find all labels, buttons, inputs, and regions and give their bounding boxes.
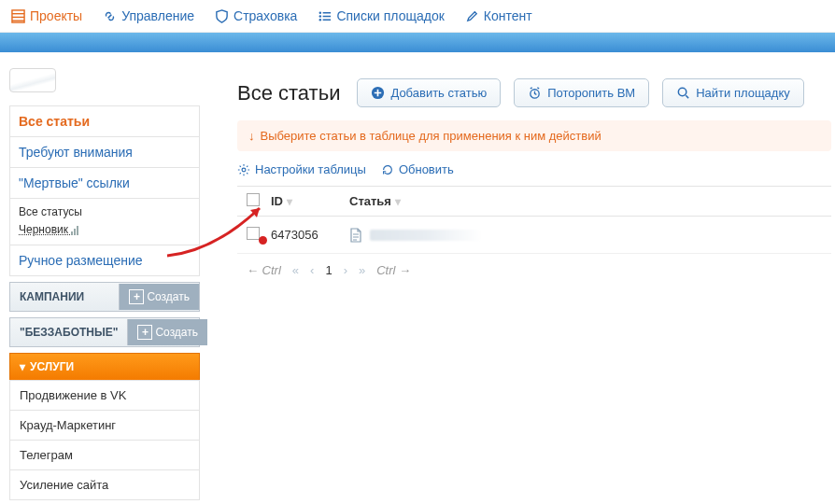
row-checkbox[interactable]: [247, 227, 260, 240]
chart-bar-icon: [71, 225, 81, 238]
table-header: ID ▾ Статья ▾: [237, 186, 831, 217]
annotation-dot: [259, 236, 267, 245]
sidebar-item-status-block: Все статусы Черновик: [10, 199, 199, 245]
nav-label: Управление: [121, 8, 194, 23]
services-header[interactable]: ▾УСЛУГИ: [9, 353, 200, 380]
find-site-button[interactable]: Найти площадку: [662, 78, 804, 107]
pagination: ← Ctrl « ‹ 1 › » Ctrl →: [237, 254, 831, 287]
nav-projects[interactable]: Проекты: [11, 8, 82, 23]
triangle-down-icon: ▾: [20, 360, 25, 373]
svg-point-8: [319, 19, 321, 21]
grid-icon: [11, 9, 25, 23]
list-icon: [318, 9, 332, 23]
filter-icon: ▾: [395, 195, 401, 208]
table-row[interactable]: 6473056: [237, 217, 831, 254]
search-icon: [676, 86, 690, 100]
svg-point-4: [319, 11, 321, 13]
campaigns-create-button[interactable]: + Создать: [119, 284, 199, 310]
nav-site-lists[interactable]: Списки площадок: [318, 8, 444, 23]
nav-label: Страховка: [234, 8, 297, 23]
svg-rect-11: [74, 229, 76, 235]
filter-icon: ▾: [287, 195, 292, 208]
plus-icon: +: [137, 325, 152, 340]
refresh-icon: [381, 163, 394, 176]
sidebar: Все статьи Требуют внимания "Мертвые" сс…: [0, 62, 209, 504]
carefree-title[interactable]: "БЕЗЗАБОТНЫЕ": [10, 318, 127, 346]
hint-text: Выберите статьи в таблице для применения…: [261, 129, 601, 143]
sidebar-status-draft[interactable]: Черновик: [19, 223, 81, 236]
nav-content[interactable]: Контент: [465, 8, 532, 23]
plus-icon: +: [129, 289, 144, 304]
cell-article[interactable]: [349, 228, 482, 243]
cell-id: 6473056: [271, 228, 349, 242]
svg-rect-5: [323, 12, 331, 14]
pager-prev[interactable]: ‹: [310, 263, 314, 277]
pager-ctrl-left: ← Ctrl: [247, 263, 281, 277]
project-logo[interactable]: [9, 68, 56, 92]
select-all-checkbox[interactable]: [247, 193, 260, 206]
table-toolbar: Настройки таблицы Обновить: [237, 162, 831, 176]
service-item[interactable]: Крауд-Маркетинг: [10, 411, 199, 441]
services-list: Продвижение в VK Крауд-Маркетинг Телегра…: [9, 380, 200, 500]
link-icon: [103, 9, 117, 23]
arrow-down-icon: ↓: [248, 129, 255, 143]
main-content: Все статьи Добавить статью Поторопить ВМ…: [209, 62, 835, 504]
accent-bar: [0, 33, 835, 52]
hint-bar: ↓ Выберите статьи в таблице для применен…: [237, 120, 831, 151]
sidebar-item-manual[interactable]: Ручное размещение: [10, 245, 199, 275]
svg-rect-7: [323, 15, 331, 17]
titlebar: Все статьи Добавить статью Поторопить ВМ…: [237, 78, 831, 107]
pager-first[interactable]: «: [292, 263, 299, 277]
service-item[interactable]: Продвижение в VK: [10, 381, 199, 411]
nav-insurance[interactable]: Страховка: [215, 8, 297, 23]
pager-ctrl-right: Ctrl →: [376, 263, 411, 277]
refresh-link[interactable]: Обновить: [381, 162, 454, 176]
add-article-button[interactable]: Добавить статью: [357, 78, 501, 107]
carefree-create-button[interactable]: + Создать: [127, 319, 207, 345]
th-article[interactable]: Статья ▾: [349, 194, 401, 208]
sidebar-all-statuses[interactable]: Все статусы: [19, 205, 191, 218]
sidebar-item-need-attention[interactable]: Требуют внимания: [10, 137, 199, 168]
pager-last[interactable]: »: [359, 263, 365, 277]
svg-point-16: [242, 168, 246, 172]
svg-rect-10: [71, 231, 73, 235]
campaigns-header: КАМПАНИИ + Создать: [9, 282, 200, 312]
pager-next[interactable]: ›: [344, 263, 347, 277]
service-item[interactable]: Усиление сайта: [10, 470, 199, 499]
nav-label: Контент: [484, 8, 532, 23]
svg-point-15: [679, 88, 686, 95]
hurry-button[interactable]: Поторопить ВМ: [514, 78, 649, 107]
service-item[interactable]: Телеграм: [10, 441, 199, 470]
pencil-icon: [465, 9, 479, 23]
alarm-icon: [528, 86, 542, 100]
sidebar-item-all-articles[interactable]: Все статьи: [10, 106, 199, 137]
document-icon: [349, 228, 362, 243]
campaigns-title[interactable]: КАМПАНИИ: [10, 283, 93, 311]
top-nav: Проекты Управление Страховка Списки площ…: [0, 0, 835, 33]
svg-rect-12: [77, 226, 78, 235]
sidebar-item-dead-links[interactable]: "Мертвые" ссылки: [10, 168, 199, 199]
table-settings-link[interactable]: Настройки таблицы: [237, 162, 366, 176]
plus-circle-icon: [371, 86, 385, 100]
svg-point-6: [319, 15, 321, 17]
nav-management[interactable]: Управление: [103, 8, 194, 23]
svg-rect-9: [323, 19, 331, 21]
page-title: Все статьи: [237, 81, 340, 105]
nav-label: Проекты: [30, 8, 82, 23]
sidebar-filter-block: Все статьи Требуют внимания "Мертвые" сс…: [9, 105, 200, 276]
nav-label: Списки площадок: [336, 8, 444, 23]
shield-icon: [215, 9, 229, 23]
th-id[interactable]: ID ▾: [271, 194, 349, 208]
gear-icon: [237, 163, 250, 176]
article-title-blurred: [370, 230, 482, 241]
carefree-header: "БЕЗЗАБОТНЫЕ" + Создать: [9, 317, 200, 347]
pager-page: 1: [325, 263, 332, 277]
